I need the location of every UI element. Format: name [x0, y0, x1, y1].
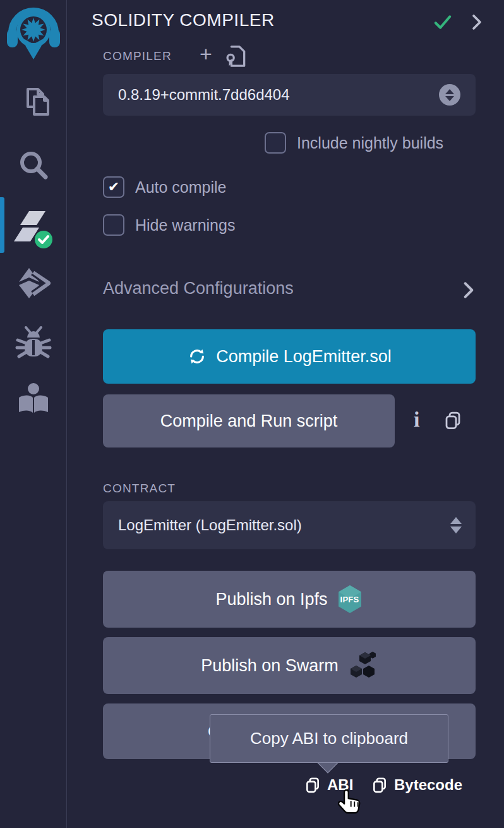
- sidebar-item-plugin-book[interactable]: [0, 381, 67, 417]
- info-icon[interactable]: i: [414, 408, 419, 432]
- remix-logo[interactable]: [0, 4, 67, 62]
- advanced-configurations-label[interactable]: Advanced Configurations: [103, 279, 294, 298]
- compiler-config-file-icon[interactable]: [225, 44, 248, 68]
- mouse-cursor-hand-icon: [337, 788, 364, 820]
- include-nightly-label[interactable]: Include nightly builds: [297, 134, 443, 152]
- sidebar-item-search[interactable]: [0, 147, 67, 183]
- compile-button[interactable]: Compile LogEmitter.sol: [103, 329, 476, 384]
- sidebar-item-deploy-and-run[interactable]: [0, 265, 67, 302]
- advanced-configurations-chevron-icon[interactable]: [461, 280, 476, 300]
- hide-warnings-label[interactable]: Hide warnings: [135, 216, 235, 234]
- book-reader-icon: [16, 381, 51, 417]
- publish-swarm-label: Publish on Swarm: [201, 656, 339, 676]
- publish-ipfs-label: Publish on Ipfs: [215, 590, 327, 609]
- copy-bytecode-button[interactable]: Bytecode: [371, 776, 462, 794]
- compile-button-label: Compile LogEmitter.sol: [216, 347, 392, 367]
- collapse-panel-chevron-icon[interactable]: [469, 13, 485, 32]
- refresh-icon: [187, 346, 207, 367]
- file-explorer-icon: [15, 84, 52, 121]
- compile-and-run-label: Compile and Run script: [160, 411, 338, 431]
- compile-and-run-button[interactable]: Compile and Run script: [103, 394, 395, 447]
- compiler-version-value: 0.8.19+commit.7dd6d404: [118, 86, 290, 104]
- compile-success-icon: [432, 13, 453, 32]
- copy-bytecode-label: Bytecode: [394, 776, 462, 794]
- remix-logo-icon: [5, 4, 62, 62]
- icon-sidebar: [0, 0, 67, 828]
- debugger-icon: [15, 326, 52, 363]
- copy-script-icon[interactable]: [443, 410, 462, 430]
- auto-compile-label[interactable]: Auto compile: [135, 178, 227, 197]
- contract-dropdown-icon: [450, 517, 462, 533]
- compiler-version-dropdown-icon: [439, 84, 460, 106]
- contract-select[interactable]: LogEmitter (LogEmitter.sol): [103, 501, 476, 549]
- tooltip-text: Copy ABI to clipboard: [250, 729, 408, 748]
- hide-warnings-checkbox[interactable]: [103, 214, 124, 236]
- add-compiler-icon[interactable]: +: [200, 43, 212, 64]
- sidebar-item-debugger[interactable]: [0, 326, 67, 363]
- compiler-section-label: COMPILER: [103, 49, 172, 63]
- sidebar-item-file-explorer[interactable]: [0, 84, 67, 121]
- solidity-compiler-icon: [13, 209, 54, 250]
- ipfs-logo-icon: IPFS: [337, 585, 363, 614]
- include-nightly-checkbox[interactable]: [265, 132, 286, 154]
- sidebar-item-solidity-compiler[interactable]: [0, 209, 67, 250]
- checkmark-glyph: ✔: [108, 179, 119, 195]
- publish-swarm-button[interactable]: Publish on Swarm: [103, 637, 476, 694]
- copy-bytecode-icon: [371, 776, 388, 794]
- page-title: SOLIDITY COMPILER: [92, 10, 275, 30]
- publish-ipfs-button[interactable]: Publish on Ipfs IPFS: [103, 571, 476, 628]
- contract-select-value: LogEmitter (LogEmitter.sol): [118, 516, 302, 534]
- contract-section-label: CONTRACT: [103, 482, 176, 496]
- copy-abi-icon: [304, 776, 321, 794]
- swarm-logo-icon: [347, 650, 378, 681]
- compiler-version-select[interactable]: 0.8.19+commit.7dd6d404: [103, 74, 476, 116]
- auto-compile-checkbox[interactable]: ✔: [103, 176, 124, 198]
- deploy-and-run-icon: [15, 265, 52, 302]
- search-icon: [15, 147, 52, 183]
- copy-abi-tooltip: Copy ABI to clipboard: [210, 714, 448, 763]
